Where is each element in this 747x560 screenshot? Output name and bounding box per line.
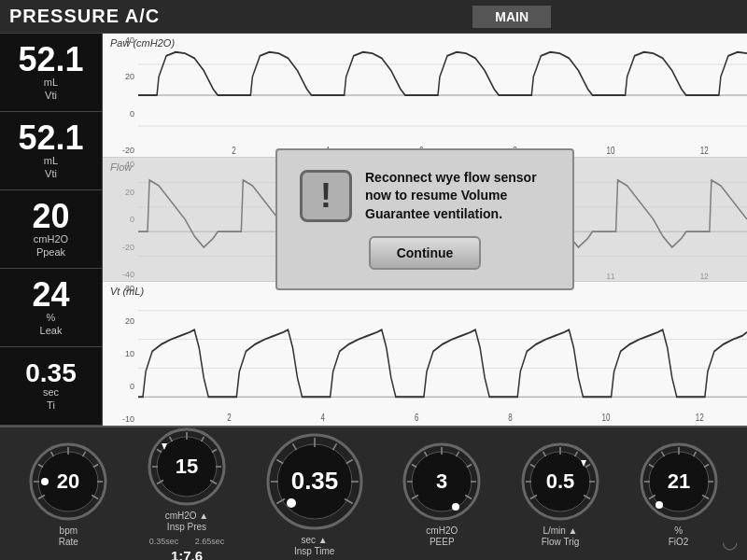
fio2-dial-label: %FiO2	[669, 525, 689, 548]
ratio-left: 0.35sec	[149, 537, 179, 546]
swirl-icon: ◡	[722, 530, 738, 553]
flow-trig-dial-container: 0.5 L/min ▲Flow Trig	[518, 440, 602, 548]
rate-dial-container: 20 bpmRate	[26, 440, 110, 548]
peep-dial-container: 3 cmH2OPEEP	[400, 440, 484, 548]
leak-label: %Leak	[40, 312, 63, 336]
svg-text:15: 15	[176, 455, 198, 478]
insp-time-dial-container: 0.35 sec ▲Insp Time	[263, 430, 366, 557]
modal-box: ! Reconnect wye flow sensor now to resum…	[275, 148, 574, 291]
flow-chart: Flow 40 20 0 -20 -40 10 11 12	[103, 158, 747, 282]
svg-text:20: 20	[57, 469, 79, 493]
vital-vti2: 52.1 mLVti	[0, 112, 102, 190]
continue-button[interactable]: Continue	[369, 236, 482, 270]
main-content: 52.1 mLVti 52.1 mLVti 20 cmH2OPpeak 24 %…	[0, 34, 747, 426]
ratio-label: 1:7.6	[171, 548, 203, 561]
flow-trig-dial-label: L/min ▲Flow Trig	[542, 525, 580, 548]
mode-title: PRESSURE A/C	[9, 6, 160, 27]
vti2-label: mLVti	[44, 155, 58, 179]
leak-value: 24	[32, 278, 69, 312]
svg-point-76	[452, 503, 459, 511]
insp-time-dial[interactable]: 0.35	[263, 430, 366, 533]
fio2-dial[interactable]: 21	[637, 440, 721, 524]
ti-label: secTi	[43, 386, 59, 411]
svg-text:0.35: 0.35	[290, 467, 338, 495]
modal-message: Reconnect wye flow sensor now to resume …	[365, 169, 550, 224]
ratio-right: 2.65sec	[195, 537, 225, 546]
svg-text:2: 2	[232, 146, 235, 156]
paw-chart: Paw (cmH2O) 40 20 0 -20 2 4 6 8 1	[103, 34, 747, 158]
peep-dial-label: cmH2OPEEP	[426, 525, 458, 548]
vital-ti: 0.35 secTi	[0, 347, 102, 426]
insp-pres-dial-label: cmH2O ▲Insp Pres	[165, 511, 209, 533]
modal-overlay: ! Reconnect wye flow sensor now to resum…	[103, 158, 747, 281]
modal-content: ! Reconnect wye flow sensor now to resum…	[300, 169, 550, 224]
svg-text:10: 10	[607, 146, 615, 156]
vital-vti1: 52.1 mLVti	[0, 34, 102, 112]
vti2-value: 52.1	[18, 121, 83, 155]
svg-text:3: 3	[436, 469, 447, 493]
vt-chart: Vt (mL) 30 20 10 0 -10 2 4 6 8	[103, 282, 747, 426]
bottom-panel: 20 bpmRate 15 cmH2O	[0, 426, 747, 560]
svg-text:12: 12	[696, 413, 704, 423]
svg-text:8: 8	[508, 413, 512, 423]
vt-svg-area: 2 4 6 8 10 12	[138, 282, 747, 426]
svg-text:6: 6	[415, 413, 418, 423]
insp-time-dial-label: sec ▲Insp Time	[294, 535, 334, 557]
vital-leak: 24 %Leak	[0, 269, 102, 347]
warning-icon: !	[300, 170, 352, 222]
svg-point-102	[655, 501, 663, 509]
chart-area: Paw (cmH2O) 40 20 0 -20 2 4 6 8 1	[103, 34, 747, 426]
svg-text:4: 4	[321, 413, 325, 423]
svg-text:12: 12	[700, 146, 709, 156]
fio2-dial-container: 21 %FiO2	[637, 440, 721, 548]
header: PRESSURE A/C MAIN	[0, 0, 747, 34]
ppeak-label: cmH2OPpeak	[34, 233, 68, 258]
vital-ppeak: 20 cmH2OPpeak	[0, 190, 102, 269]
vti1-value: 52.1	[18, 43, 83, 77]
svg-text:21: 21	[667, 469, 689, 493]
svg-point-37	[41, 478, 49, 485]
flow-trig-dial[interactable]: 0.5	[518, 440, 602, 524]
svg-text:0.5: 0.5	[546, 469, 575, 493]
rate-dial[interactable]: 20	[26, 440, 110, 524]
rate-dial-label: bpmRate	[59, 525, 78, 548]
main-tab[interactable]: MAIN	[472, 6, 551, 28]
ppeak-value: 20	[32, 200, 69, 233]
vt-y-axis: 30 20 10 0 -10	[103, 282, 138, 426]
svg-point-63	[287, 498, 296, 508]
paw-y-axis: 40 20 0 -20	[103, 34, 138, 157]
vitals-panel: 52.1 mLVti 52.1 mLVti 20 cmH2OPpeak 24 %…	[0, 34, 103, 426]
svg-text:10: 10	[602, 413, 611, 423]
vti1-label: mLVti	[44, 77, 58, 101]
insp-pres-dial-container: 15 cmH2O ▲Insp Pres 0.35sec 2.65sec 1:7.…	[145, 425, 229, 561]
paw-svg-area: 2 4 6 8 10 12	[138, 34, 747, 157]
insp-pres-dial[interactable]: 15	[145, 425, 229, 509]
ti-value: 0.35	[25, 360, 77, 386]
peep-dial[interactable]: 3	[400, 440, 484, 524]
svg-text:2: 2	[227, 413, 231, 423]
